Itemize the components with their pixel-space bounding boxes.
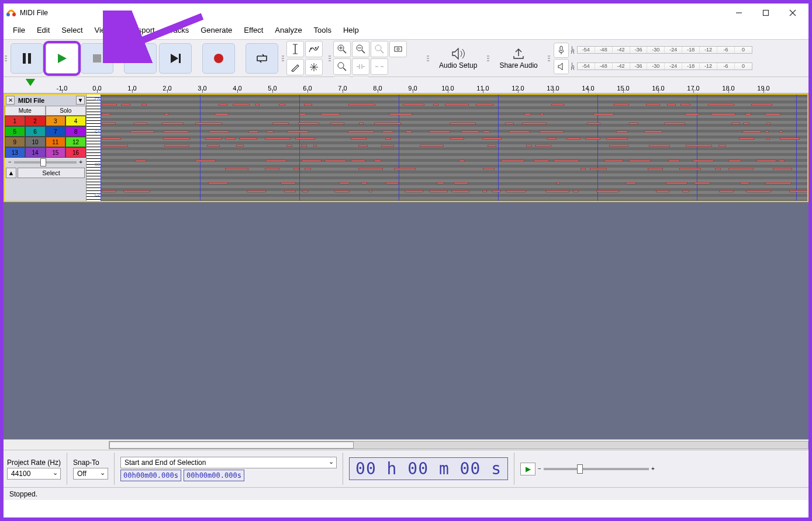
track-control: ✕ MIDI File ▼ Mute Solo 1234567891011121…	[5, 95, 87, 201]
channel-10[interactable]: 10	[25, 137, 46, 147]
channel-11[interactable]: 11	[46, 137, 66, 147]
zoom-in-icon[interactable]	[333, 41, 351, 57]
menu-file[interactable]: File	[7, 23, 31, 37]
svg-rect-3	[763, 11, 769, 16]
svg-line-32	[381, 50, 383, 53]
menu-view[interactable]: View	[89, 23, 117, 37]
toolbar-grip[interactable]	[4, 40, 8, 77]
solo-button[interactable]: Solo	[46, 106, 87, 116]
svg-marker-12	[171, 54, 178, 63]
menu-analyze[interactable]: Analyze	[269, 23, 307, 37]
zoom-toggle-icon[interactable]	[333, 58, 351, 75]
menu-transport[interactable]: Transport	[116, 23, 160, 37]
fit-project-icon[interactable]	[389, 41, 407, 57]
menu-tools[interactable]: Tools	[308, 23, 337, 37]
svg-marker-11	[137, 54, 145, 63]
playback-speed-slider[interactable]	[544, 468, 649, 470]
app-icon	[6, 8, 16, 18]
playback-meter[interactable]: -54-48-42-36-30-24-18-12-60	[577, 62, 752, 70]
playhead-icon[interactable]	[26, 79, 35, 86]
stop-button[interactable]	[81, 43, 113, 74]
position-time[interactable]: 00 h 00 m 00 s	[349, 457, 508, 480]
close-button[interactable]	[779, 4, 806, 22]
piano-roll: C5 C4 C3 C2	[87, 95, 101, 201]
window-title: MIDI File	[20, 9, 48, 17]
menubar: FileEditSelectViewTransportTracksGenerat…	[4, 22, 808, 40]
select-track-button[interactable]: Select	[18, 168, 85, 178]
note-area[interactable]: MIDI File	[101, 95, 807, 201]
channel-7[interactable]: 7	[46, 126, 66, 137]
channel-16[interactable]: 16	[65, 147, 86, 158]
toolbar-grip[interactable]	[327, 40, 332, 77]
toolbar-grip[interactable]	[281, 40, 285, 77]
collapse-button[interactable]: ▲	[6, 168, 16, 178]
channel-3[interactable]: 3	[46, 116, 66, 126]
speaker-icon[interactable]	[554, 59, 569, 74]
snapto-combo[interactable]: Off	[73, 468, 108, 480]
record-button[interactable]	[202, 43, 235, 74]
svg-line-36	[343, 68, 346, 71]
channel-4[interactable]: 4	[65, 116, 86, 126]
loop-button[interactable]	[246, 43, 278, 74]
trim-icon[interactable]	[352, 58, 369, 75]
channel-13[interactable]: 13	[5, 147, 25, 158]
selection-end-time[interactable]: 00h00m00.000s	[184, 470, 244, 481]
fit-selection-icon[interactable]	[371, 41, 388, 57]
menu-generate[interactable]: Generate	[195, 23, 238, 37]
channel-2[interactable]: 2	[25, 116, 46, 126]
track-name: MIDI File	[17, 97, 74, 104]
channel-9[interactable]: 9	[5, 137, 25, 147]
channel-1[interactable]: 1	[5, 116, 25, 126]
menu-select[interactable]: Select	[56, 23, 88, 37]
selection-start-time[interactable]: 00h00m00.000s	[120, 470, 181, 481]
share-audio-button[interactable]: Share Audio	[490, 40, 546, 77]
svg-rect-9	[93, 54, 101, 62]
h-scrollbar[interactable]	[4, 439, 808, 450]
skip-start-button[interactable]	[124, 43, 157, 74]
play-button[interactable]	[46, 43, 78, 74]
gain-slider[interactable]: −+	[5, 158, 86, 166]
menu-edit[interactable]: Edit	[31, 23, 56, 37]
toolbar-grip[interactable]	[486, 40, 490, 77]
svg-rect-6	[23, 53, 26, 64]
audio-setup-button[interactable]: Audio Setup	[430, 40, 486, 77]
toolbar-grip[interactable]	[426, 40, 430, 77]
workspace: ✕ MIDI File ▼ Mute Solo 1234567891011121…	[4, 93, 808, 439]
mic-icon[interactable]	[554, 43, 569, 58]
channel-14[interactable]: 14	[25, 147, 46, 158]
zoom-out-icon[interactable]	[352, 41, 369, 57]
multi-tool-icon[interactable]	[305, 59, 323, 75]
skip-end-button[interactable]	[159, 43, 192, 74]
track-menu-button[interactable]: ▼	[76, 96, 85, 105]
silence-icon[interactable]	[371, 58, 388, 75]
pause-button[interactable]	[11, 43, 43, 74]
selection-mode-combo[interactable]: Start and End of Selection	[120, 457, 337, 468]
minimize-button[interactable]	[725, 4, 752, 22]
svg-point-19	[315, 47, 317, 49]
play-at-speed-button[interactable]: ▶	[520, 463, 535, 475]
mute-button[interactable]: Mute	[5, 106, 46, 116]
record-meter[interactable]: -54-48-42-36-30-24-18-12-60	[577, 46, 752, 54]
channel-5[interactable]: 5	[5, 126, 25, 137]
toolbar-grip[interactable]	[547, 40, 551, 77]
selection-tool-icon[interactable]	[286, 41, 304, 57]
envelope-tool-icon[interactable]	[305, 41, 323, 57]
svg-point-35	[338, 62, 344, 68]
menu-tracks[interactable]: Tracks	[161, 23, 195, 37]
draw-tool-icon[interactable]	[286, 59, 304, 75]
time-ruler[interactable]: -1.00.01.02.03.04.05.06.07.08.09.010.011…	[4, 77, 808, 93]
svg-rect-39	[560, 46, 562, 51]
svg-point-0	[6, 13, 10, 16]
maximize-button[interactable]	[752, 4, 779, 22]
channel-6[interactable]: 6	[25, 126, 46, 137]
menu-effect[interactable]: Effect	[238, 23, 269, 37]
menu-help[interactable]: Help	[337, 23, 365, 37]
channel-8[interactable]: 8	[65, 126, 86, 137]
svg-rect-7	[28, 53, 31, 64]
channel-15[interactable]: 15	[46, 147, 66, 158]
svg-rect-13	[179, 54, 181, 63]
track-close-button[interactable]: ✕	[6, 96, 15, 105]
channel-grid: 12345678910111213141516	[5, 116, 86, 158]
channel-12[interactable]: 12	[65, 137, 86, 147]
project-rate-combo[interactable]: 44100	[7, 468, 61, 480]
